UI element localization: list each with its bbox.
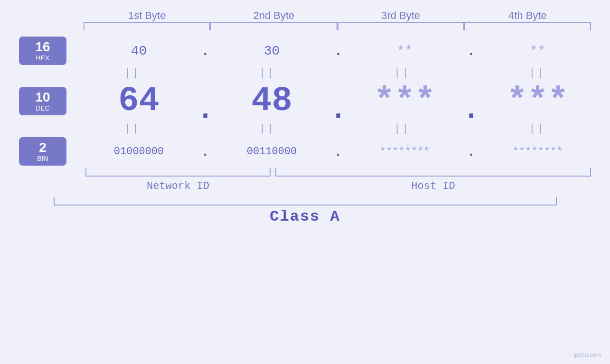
- hex-b1: 40: [92, 44, 187, 58]
- hex-dot-1: .: [198, 43, 213, 58]
- bin-values: 01000000 . 00110000 . ******** . *******…: [85, 144, 591, 159]
- bracket-3: [338, 22, 464, 30]
- top-brackets: [19, 22, 591, 30]
- eq1-b4: ||: [489, 67, 584, 79]
- dec-row: 10 DEC 64 . 48 . *** . ***: [19, 82, 591, 121]
- dec-base-name: DEC: [36, 104, 50, 112]
- byte-1-header: 1st Byte: [84, 9, 210, 22]
- bin-b2: 00110000: [225, 146, 319, 158]
- bin-base-name: BIN: [37, 155, 48, 162]
- eq2-b4: ||: [489, 123, 584, 135]
- dec-b2: 48: [225, 82, 319, 121]
- bin-dot-2: .: [331, 144, 346, 159]
- hex-dot-3: .: [464, 43, 479, 58]
- host-id-label: Host ID: [275, 180, 591, 192]
- bin-row: 2 BIN 01000000 . 00110000 . ******** . *…: [19, 137, 591, 166]
- byte-headers: 1st Byte 2nd Byte 3rd Byte 4th Byte: [19, 9, 591, 22]
- bracket-2: [210, 22, 337, 30]
- eq2-b2: ||: [220, 123, 315, 135]
- byte-4-header: 4th Byte: [464, 9, 591, 22]
- byte-2-header: 2nd Byte: [210, 9, 337, 22]
- byte-3-header: 3rd Byte: [338, 9, 464, 22]
- bin-dot-3: .: [464, 144, 479, 159]
- eq1-b3: ||: [355, 67, 450, 79]
- dec-base-num: 10: [35, 90, 50, 105]
- dec-label: 10 DEC: [19, 87, 66, 115]
- equals-row-1: || || || ||: [19, 65, 591, 82]
- hex-values: 40 . 30 . ** . **: [85, 43, 591, 58]
- bin-b3: ********: [357, 146, 452, 158]
- bottom-section: Network ID Host ID: [19, 168, 591, 192]
- dec-dot-1: .: [198, 94, 213, 122]
- hex-b3: **: [357, 44, 452, 58]
- bin-b1: 01000000: [92, 146, 187, 158]
- equals-row-2: || || || ||: [19, 121, 591, 137]
- hex-label: 16 HEX: [19, 37, 66, 65]
- hex-base-name: HEX: [36, 54, 50, 62]
- hex-base-num: 16: [35, 40, 50, 55]
- dec-b1: 64: [92, 82, 187, 121]
- hex-b2: 30: [225, 44, 319, 58]
- watermark: ipshu.com: [573, 351, 601, 358]
- eq2-b1: ||: [85, 123, 180, 135]
- dec-dot-3: .: [464, 94, 479, 122]
- network-bracket: [85, 168, 271, 177]
- class-bracket-row: [19, 197, 591, 205]
- bracket-4: [464, 22, 591, 30]
- class-label-row: Class A: [19, 208, 591, 225]
- bin-label: 2 BIN: [19, 137, 66, 166]
- bracket-1: [84, 22, 210, 30]
- dec-b3: ***: [357, 82, 452, 121]
- class-bracket: [54, 197, 557, 205]
- hex-b4: **: [490, 44, 585, 58]
- dec-values: 64 . 48 . *** . ***: [85, 82, 591, 121]
- bin-base-num: 2: [39, 140, 47, 155]
- bottom-brackets: [19, 168, 591, 177]
- eq1-b2: ||: [220, 67, 315, 79]
- host-bracket: [275, 168, 591, 177]
- hex-row: 16 HEX 40 . 30 . ** . **: [19, 37, 591, 65]
- eq2-b3: ||: [355, 123, 450, 135]
- bottom-labels: Network ID Host ID: [19, 180, 591, 192]
- bin-dot-1: .: [198, 144, 213, 159]
- dec-b4: ***: [490, 82, 585, 121]
- bin-b4: ********: [490, 146, 585, 158]
- dec-dot-2: .: [331, 94, 346, 122]
- hex-dot-2: .: [331, 43, 346, 58]
- network-id-label: Network ID: [85, 180, 271, 192]
- eq1-b1: ||: [85, 67, 180, 79]
- class-a-label: Class A: [270, 208, 340, 225]
